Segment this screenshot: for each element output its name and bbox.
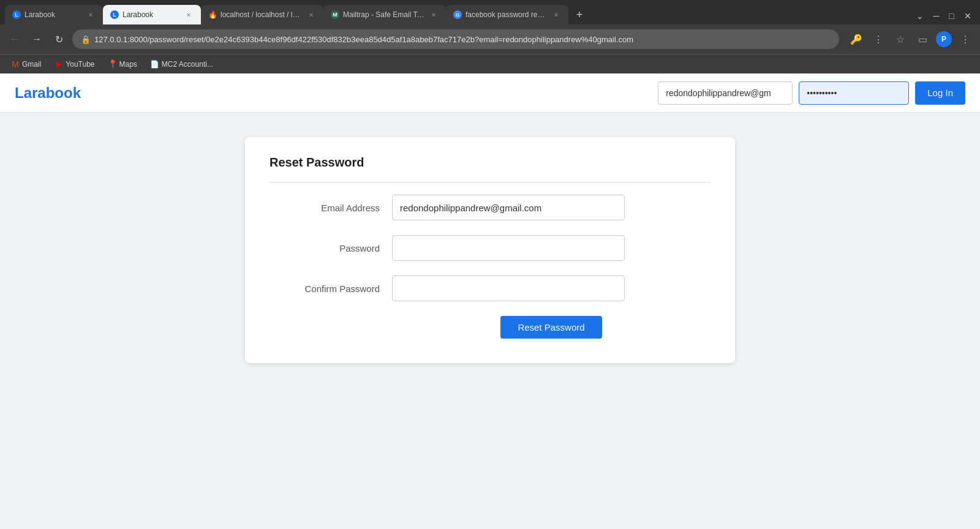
youtube-favicon: ▶ <box>55 60 63 69</box>
bookmark-maps[interactable]: 📍 Maps <box>104 58 142 70</box>
key-icon[interactable]: 🔑 <box>848 31 865 48</box>
bookmark-maps-label: Maps <box>119 60 137 69</box>
confirm-password-input[interactable] <box>392 276 625 301</box>
app-navbar: Larabook Log In <box>0 73 980 113</box>
login-button[interactable]: Log In <box>915 81 965 105</box>
main-area: Reset Password Email Address Password Co… <box>0 113 980 388</box>
url-bar[interactable]: 🔒 127.0.0.1:8000/password/reset/0e2e24c6… <box>72 29 839 49</box>
tab-2-close[interactable]: ✕ <box>184 10 194 20</box>
reset-password-button[interactable]: Reset Password <box>500 316 601 339</box>
browser-chrome: L Larabook ✕ L Larabook ✕ 🔥 localhost / … <box>0 0 980 73</box>
reset-password-card: Reset Password Email Address Password Co… <box>245 137 735 363</box>
minimize-button[interactable]: ─ <box>930 10 943 22</box>
bookmark-youtube[interactable]: ▶ YouTube <box>50 58 99 70</box>
new-tab-button[interactable]: + <box>571 6 588 23</box>
email-form-group: Email Address <box>270 195 710 220</box>
confirm-password-label: Confirm Password <box>270 283 380 294</box>
maps-favicon: 📍 <box>108 60 117 69</box>
tab-2-title: Larabook <box>123 10 180 19</box>
password-form-group: Password <box>270 235 710 261</box>
close-window-button[interactable]: ✕ <box>960 10 975 22</box>
nav-right: Log In <box>658 81 965 105</box>
tab-4-close[interactable]: ✕ <box>429 10 439 20</box>
sidebar-toggle-icon[interactable]: ▭ <box>914 31 931 48</box>
tab-bar: L Larabook ✕ L Larabook ✕ 🔥 localhost / … <box>0 0 980 24</box>
confirm-password-form-group: Confirm Password <box>270 276 710 301</box>
gmail-favicon: M <box>11 60 20 69</box>
profile-button[interactable]: P <box>936 31 952 47</box>
bookmarks-bar: M Gmail ▶ YouTube 📍 Maps 📄 MC2 Accounti.… <box>0 54 980 73</box>
tab-3[interactable]: 🔥 localhost / localhost / lar... ✕ <box>201 5 323 24</box>
tabs-dropdown-button[interactable]: ⌄ <box>913 10 927 22</box>
tab-2[interactable]: L Larabook ✕ <box>103 5 201 24</box>
menu-icon[interactable]: ⋮ <box>957 31 974 48</box>
tab-5-favicon: G <box>453 10 462 19</box>
app-logo[interactable]: Larabook <box>15 84 81 102</box>
nav-email-input[interactable] <box>658 81 793 105</box>
tab-3-title: localhost / localhost / lar... <box>221 10 303 19</box>
bookmark-gmail-label: Gmail <box>22 60 41 69</box>
tab-4-title: Mailtrap - Safe Email Test... <box>343 10 425 19</box>
bookmark-mc2-label: MC2 Accounti... <box>162 60 213 69</box>
tab-4-favicon: M <box>331 10 339 19</box>
tab-3-favicon: 🔥 <box>208 10 217 19</box>
bookmark-youtube-label: YouTube <box>66 60 94 69</box>
tab-4[interactable]: M Mailtrap - Safe Email Test... ✕ <box>323 5 446 24</box>
restore-button[interactable]: □ <box>946 10 958 22</box>
tab-5[interactable]: G facebook password reset... ✕ <box>446 5 568 24</box>
bookmark-star-icon[interactable]: ☆ <box>892 31 909 48</box>
mc2-favicon: 📄 <box>151 60 159 69</box>
back-button[interactable]: ← <box>6 31 23 48</box>
tab-5-close[interactable]: ✕ <box>551 10 561 20</box>
tab-3-close[interactable]: ✕ <box>306 10 316 20</box>
page-content: Larabook Log In Reset Password Email Add… <box>0 73 980 529</box>
lock-icon: 🔒 <box>81 35 91 44</box>
tab-5-title: facebook password reset... <box>466 10 548 19</box>
password-label: Password <box>270 243 380 253</box>
tab-1-title: Larabook <box>24 10 82 19</box>
email-label: Email Address <box>270 203 380 213</box>
window-controls: ⌄ ─ □ ✕ <box>913 10 975 22</box>
email-input[interactable] <box>392 195 625 220</box>
tab-1-favicon: L <box>12 10 21 19</box>
password-input[interactable] <box>392 235 625 261</box>
tab-1[interactable]: L Larabook ✕ <box>5 5 103 24</box>
tab-2-favicon: L <box>110 10 119 19</box>
bookmark-mc2[interactable]: 📄 MC2 Accounti... <box>146 58 218 70</box>
url-text: 127.0.0.1:8000/password/reset/0e2e24c639… <box>94 35 831 44</box>
form-actions: Reset Password <box>392 316 710 339</box>
toolbar-icons: 🔑 ⋮ ☆ ▭ P ⋮ <box>848 31 974 48</box>
reset-title: Reset Password <box>270 156 710 182</box>
forward-button[interactable]: → <box>28 31 45 48</box>
share-icon[interactable]: ⋮ <box>870 31 887 48</box>
bookmark-gmail[interactable]: M Gmail <box>6 58 46 70</box>
address-bar: ← → ↻ 🔒 127.0.0.1:8000/password/reset/0e… <box>0 24 980 54</box>
tab-1-close[interactable]: ✕ <box>86 10 96 20</box>
reload-button[interactable]: ↻ <box>50 31 67 48</box>
nav-password-input[interactable] <box>799 81 909 105</box>
